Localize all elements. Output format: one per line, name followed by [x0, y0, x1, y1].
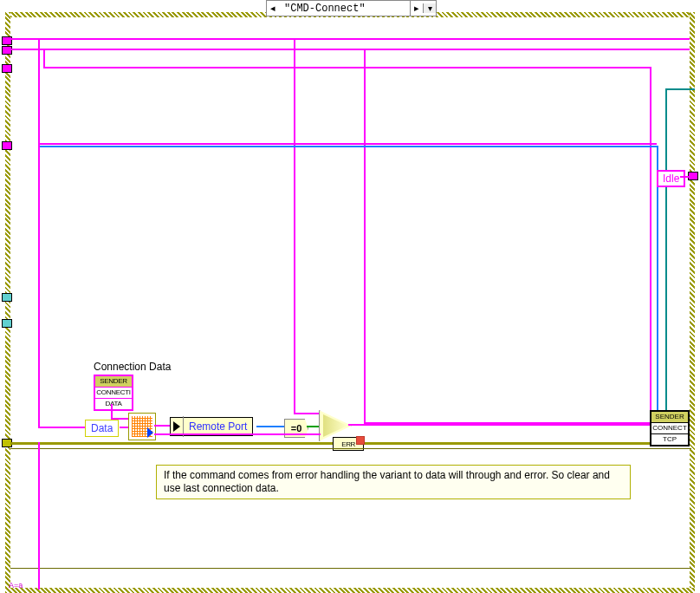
wire-error-in — [10, 442, 333, 445]
case-selector[interactable]: ◂ "CMD-Connect" ▸ ▾ — [266, 0, 437, 16]
unbundle-arrow-icon — [171, 418, 183, 435]
data-constant[interactable]: Data — [85, 420, 119, 437]
wire-mid-blue — [38, 146, 657, 147]
wire-mid-msg — [38, 143, 657, 145]
variant-to-data-node[interactable] — [128, 413, 156, 440]
wire-top-msg3 — [43, 67, 650, 68]
clear-errors-label: ERR — [341, 440, 354, 448]
subvi-l3: TCP — [651, 434, 688, 445]
case-frame-right — [690, 12, 695, 588]
comment-box[interactable]: If the command comes from error handling… — [156, 465, 631, 499]
wire-select-f — [154, 433, 319, 435]
sender-const-l2: CONNECTI — [95, 388, 132, 399]
wire-into-vtd-data2 — [120, 427, 128, 428]
wire-top-msg1 — [10, 38, 690, 40]
idle-constant[interactable]: Idle — [657, 170, 685, 187]
wire-teal-top — [665, 88, 695, 90]
wire-select-out — [348, 424, 651, 426]
connection-data-label: Connection Data — [94, 361, 171, 373]
wire-idle-out — [680, 176, 695, 178]
tunnel-left-6 — [2, 319, 12, 328]
wire-vtd-out — [154, 425, 170, 427]
wire-left-vert-msg — [38, 38, 40, 427]
wire-remoteport — [256, 426, 284, 427]
idle-constant-text: Idle — [663, 173, 679, 185]
wire-branch-short — [43, 49, 45, 68]
equal-zero-text: =0 — [291, 423, 302, 433]
wire-into-vtd-data — [38, 427, 85, 428]
wire-drop-a — [294, 38, 295, 413]
sender-connect-tcp-subvi[interactable]: SENDER CONNECT TCP — [650, 410, 690, 446]
case-title: "CMD-Connect" — [279, 3, 410, 15]
data-constant-text: Data — [91, 422, 113, 434]
wire-select-t — [294, 413, 319, 414]
case-frame-bottom — [5, 588, 695, 593]
tunnel-left-2 — [2, 46, 12, 55]
select-node-inner-icon — [323, 414, 347, 437]
wire-bool — [307, 426, 319, 427]
wire-into-vtd-top — [111, 418, 128, 420]
variant-to-data-arrow-icon — [147, 427, 153, 438]
tunnel-left-3 — [2, 64, 12, 73]
guideline-2 — [10, 568, 691, 569]
wire-top-msg2 — [10, 49, 690, 50]
wire-drop-c — [650, 67, 651, 415]
case-dropdown-icon[interactable]: ▾ — [423, 3, 436, 13]
guideline-1 — [10, 448, 691, 449]
case-index-label: A=a — [9, 581, 23, 590]
sender-const-l3: DATA — [95, 399, 132, 409]
subvi-l2: CONNECT — [651, 423, 688, 434]
wire-teal-v — [665, 88, 667, 416]
tunnel-left-4 — [2, 141, 12, 150]
subvi-l1: SENDER — [651, 412, 688, 423]
case-next-arrow[interactable]: ▸ — [410, 1, 423, 16]
wire-error-out — [362, 442, 690, 445]
wire-drop-b — [364, 49, 366, 423]
case-prev-arrow[interactable]: ◂ — [267, 1, 279, 16]
wire-left-vert-bottom — [38, 442, 40, 590]
comment-text: If the command comes from error handling… — [164, 469, 610, 494]
sender-connect-data-const[interactable]: SENDER CONNECTI DATA — [94, 375, 133, 411]
wire-select-f-join — [319, 433, 321, 435]
tunnel-left-5 — [2, 293, 12, 302]
sender-const-l1: SENDER — [95, 376, 132, 388]
wire-parallel-msg — [364, 422, 650, 424]
